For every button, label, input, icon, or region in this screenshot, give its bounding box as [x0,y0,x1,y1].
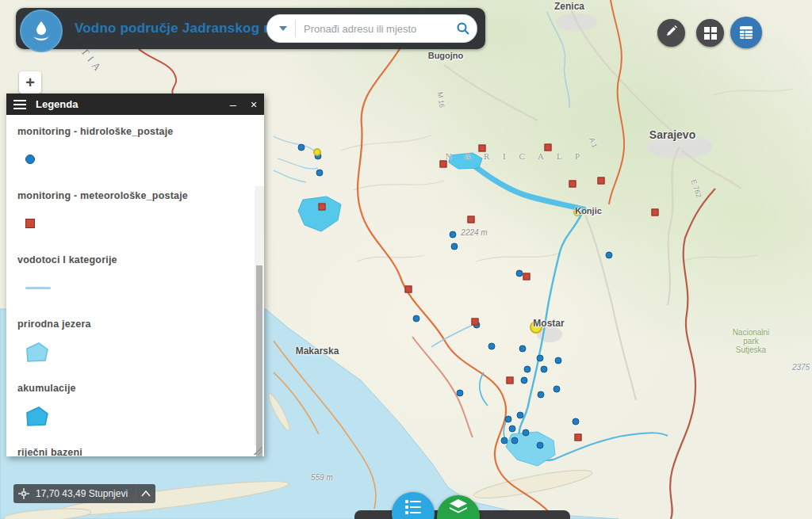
legend-scrollbar-track[interactable] [255,186,264,445]
legend-close-button[interactable]: × [243,93,264,115]
legend-panel-header[interactable]: Legenda – × [6,93,264,115]
legend-item-label: riječni bazeni [17,447,264,456]
urban-areas [537,13,713,342]
layers-icon [448,498,469,516]
roads [444,10,741,400]
legend-scrollbar-thumb[interactable] [256,265,262,456]
legend-body: monitoring - hidrološke_postajemonitorin… [6,115,264,456]
legend-icon [403,497,423,517]
search-icon[interactable] [449,14,477,43]
coastal-road [412,337,473,437]
attribute-table-button[interactable] [730,17,762,48]
draw-tool-button[interactable] [657,19,685,47]
legend-list-icon [13,100,26,109]
legend-item-label: prirodna jezera [17,319,264,330]
coordinate-widget: 17,70 43,49 Stupnjevi [13,484,155,503]
app-logo-water-icon [20,10,63,52]
legend-minimize-button[interactable]: – [223,93,243,115]
legend-swatch-line [25,277,264,298]
legend-swatch-polygon [25,342,264,362]
legend-item-label: akumulacije [17,383,264,394]
page-title: Vodno područje Jadranskog mora [75,8,297,49]
app-header: Vodno područje Jadranskog mora [16,8,485,49]
legend-swatch-square [25,213,264,234]
zoom-in-button[interactable]: + [19,71,41,93]
legend-swatch-dot [25,149,264,170]
pencil-icon [665,25,678,41]
grid-icon [704,27,717,40]
search-input[interactable] [296,23,449,35]
search-source-dropdown-icon[interactable] [279,26,287,31]
legend-item-label: monitoring - hidrološke_postaje [17,126,264,137]
legend-resize-handle[interactable] [254,446,262,455]
search-box [266,14,477,43]
legend-swatch-polygon [25,406,264,426]
legend-panel: Legenda – × monitoring - hidrološke_post… [6,93,264,456]
coordinate-expand-button[interactable] [136,484,155,503]
legend-panel-title: Legenda [36,98,223,110]
legend-item-label: vodotoci I kategorije [17,254,264,265]
crosshair-icon[interactable] [18,488,29,499]
basemap-gallery-button[interactable] [696,19,724,47]
coordinate-readout: 17,70 43,49 Stupnjevi [36,488,128,499]
table-icon [738,25,754,40]
legend-item-label: monitoring - meteorološke_postaje [17,190,264,201]
